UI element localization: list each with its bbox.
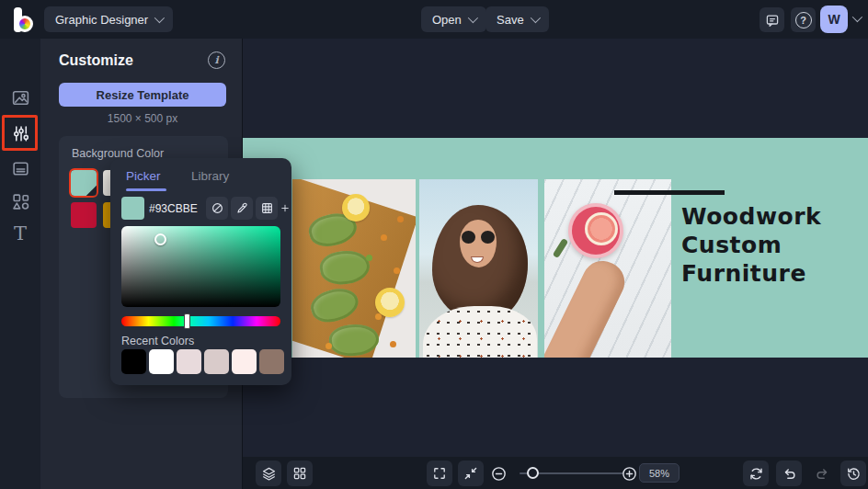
sidebar-item-graphics[interactable] bbox=[0, 183, 40, 220]
chevron-down-icon bbox=[530, 13, 540, 23]
recent-color-swatch[interactable] bbox=[259, 349, 284, 374]
banner-headline[interactable]: Woodwork Custom Furniture bbox=[681, 202, 821, 288]
sidebar-item-text[interactable]: T bbox=[0, 215, 40, 252]
hex-color-input[interactable] bbox=[149, 197, 199, 220]
color-picker-popup: Picker Library Recent Colors bbox=[110, 158, 291, 385]
refresh-button[interactable] bbox=[743, 461, 769, 486]
panel-title: Customize bbox=[59, 52, 133, 69]
open-label: Open bbox=[432, 13, 462, 27]
help-button[interactable]: ? bbox=[791, 7, 816, 32]
resize-template-button[interactable]: Resize Template bbox=[59, 83, 226, 107]
bg-swatch[interactable] bbox=[71, 202, 97, 228]
image-icon bbox=[11, 88, 30, 108]
recent-color-swatch[interactable] bbox=[121, 349, 146, 374]
fullscreen-icon bbox=[432, 466, 447, 481]
saturation-brightness-area[interactable] bbox=[121, 226, 280, 307]
sliders-icon bbox=[11, 124, 30, 143]
fullscreen-button[interactable] bbox=[427, 461, 452, 486]
avatar-initial: W bbox=[828, 12, 839, 27]
design-banner[interactable]: Woodwork Custom Furniture bbox=[243, 138, 868, 358]
refresh-icon bbox=[748, 466, 764, 482]
hue-slider[interactable] bbox=[121, 316, 280, 326]
undo-button[interactable] bbox=[776, 461, 802, 486]
zoom-in-button[interactable] bbox=[616, 461, 642, 486]
bg-swatch-selected[interactable] bbox=[71, 170, 97, 196]
app-mode-menu[interactable]: Graphic Designer bbox=[44, 6, 173, 32]
grapefruit-slice-shape bbox=[585, 212, 618, 245]
template-icon bbox=[11, 159, 30, 178]
save-button[interactable]: Save bbox=[485, 6, 549, 32]
question-mark-icon: ? bbox=[795, 12, 812, 28]
tab-library[interactable]: Library bbox=[191, 169, 229, 183]
info-icon[interactable]: i bbox=[208, 51, 225, 69]
chevron-down-icon bbox=[154, 13, 165, 23]
eyedropper-icon bbox=[235, 201, 249, 215]
pages-button[interactable] bbox=[287, 461, 313, 486]
recent-color-swatch[interactable] bbox=[177, 349, 201, 374]
lemon-shape bbox=[375, 288, 405, 317]
current-color-swatch[interactable] bbox=[121, 197, 144, 220]
sunglasses-shape bbox=[462, 231, 495, 244]
recent-color-swatch[interactable] bbox=[232, 349, 257, 374]
feedback-button[interactable] bbox=[760, 7, 784, 32]
open-button[interactable]: Open bbox=[421, 6, 486, 32]
lemon-shape bbox=[342, 194, 370, 222]
zoom-level-badge[interactable]: 58% bbox=[639, 463, 680, 483]
add-color-button[interactable] bbox=[280, 197, 290, 220]
layers-icon bbox=[261, 466, 277, 482]
no-color-button[interactable] bbox=[206, 197, 228, 220]
recent-color-swatch[interactable] bbox=[204, 349, 229, 374]
photo-avocado-toast[interactable] bbox=[292, 179, 416, 358]
sidebar-item-templates[interactable] bbox=[0, 150, 40, 187]
canvas-toolbar: 58% bbox=[243, 457, 868, 489]
recent-colors-label: Recent Colors bbox=[121, 335, 194, 347]
minus-circle-icon bbox=[490, 465, 508, 483]
shapes-icon bbox=[11, 192, 30, 211]
tool-rail: T bbox=[0, 39, 40, 489]
photo-drink[interactable] bbox=[544, 179, 671, 358]
plus-circle-icon bbox=[621, 465, 638, 483]
zoom-out-button[interactable] bbox=[485, 461, 511, 486]
zoom-slider[interactable] bbox=[520, 472, 623, 474]
eyedropper-button[interactable] bbox=[231, 197, 253, 220]
app-logo[interactable] bbox=[13, 7, 39, 32]
canvas-area[interactable]: Woodwork Custom Furniture bbox=[243, 39, 868, 457]
drink-glass-shape bbox=[568, 203, 623, 258]
photo-portrait[interactable] bbox=[419, 179, 538, 358]
fit-screen-icon bbox=[463, 466, 478, 481]
swatch-palette-button[interactable] bbox=[256, 197, 278, 220]
undo-icon bbox=[782, 466, 797, 482]
text-letter-icon: T bbox=[14, 222, 27, 244]
zoom-level-value: 58% bbox=[649, 468, 669, 479]
color-cursor[interactable] bbox=[154, 233, 166, 245]
top-bar: Graphic Designer Open Save ? W bbox=[0, 0, 868, 39]
fit-to-screen-button[interactable] bbox=[458, 461, 484, 486]
app-mode-label: Graphic Designer bbox=[55, 13, 148, 27]
sidebar-item-customize[interactable] bbox=[0, 115, 40, 152]
logo-color-wheel-icon bbox=[17, 16, 33, 32]
account-chevron-down-icon[interactable] bbox=[852, 12, 862, 22]
layers-button[interactable] bbox=[256, 461, 281, 486]
save-label: Save bbox=[497, 13, 524, 27]
redo-icon bbox=[815, 466, 830, 482]
recent-color-swatch[interactable] bbox=[149, 349, 174, 374]
template-dimensions: 1500 × 500 px bbox=[40, 112, 245, 125]
user-avatar[interactable]: W bbox=[820, 6, 848, 33]
grid-palette-icon bbox=[260, 201, 274, 215]
comment-icon bbox=[765, 13, 780, 28]
active-tab-underline bbox=[126, 188, 166, 191]
tab-picker[interactable]: Picker bbox=[126, 169, 161, 183]
chevron-down-icon bbox=[468, 13, 478, 23]
sidebar-item-photos[interactable] bbox=[0, 79, 40, 116]
zoom-slider-handle[interactable] bbox=[527, 467, 539, 479]
headline-accent-bar[interactable] bbox=[614, 190, 725, 195]
redo-button[interactable] bbox=[809, 461, 835, 486]
hue-slider-handle[interactable] bbox=[184, 313, 190, 329]
garnish-dots bbox=[381, 234, 387, 241]
plus-icon bbox=[280, 201, 290, 215]
grid-board-icon bbox=[292, 466, 307, 481]
history-clock-icon bbox=[846, 466, 862, 482]
history-button[interactable] bbox=[840, 461, 866, 486]
no-color-icon bbox=[211, 201, 224, 215]
